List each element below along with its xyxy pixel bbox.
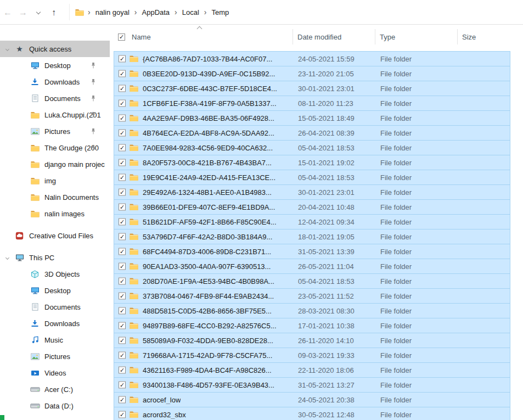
sidebar-item-videos[interactable]: Videos — [0, 365, 110, 381]
file-row[interactable]: ✓acrocef_low24-05-2021 20:38File folder — [114, 392, 510, 407]
sidebar-item-creative-cloud-files[interactable]: Creative Cloud Files — [0, 227, 110, 244]
file-row[interactable]: ✓43621163-F989-4DA4-BC4F-A98C826...22-11… — [114, 362, 510, 378]
sidebar-item-acer-c[interactable]: Acer (C:) — [0, 381, 110, 397]
row-checkbox[interactable]: ✓ — [119, 293, 126, 300]
address-bar[interactable]: ›nalin goyal›AppData›Local›Temp — [69, 4, 230, 20]
file-row[interactable]: ✓488D5815-C0D5-42B6-8656-3BF75E5...28-03… — [114, 303, 510, 318]
file-row[interactable]: ✓{AC76BA86-7AD7-1033-7B44-AC0F07...24-05… — [114, 51, 510, 66]
row-checkbox[interactable]: ✓ — [119, 115, 126, 122]
forward-icon[interactable]: → — [15, 0, 31, 25]
file-row[interactable]: ✓90EA1AD3-3500-4A0A-907F-6390513...26-05… — [114, 259, 510, 274]
folder-icon — [130, 233, 138, 240]
sidebar-item-downloads[interactable]: Downloads — [0, 74, 110, 90]
file-row[interactable]: ✓373B7084-0467-4FB9-8F44-E9AB2434...23-0… — [114, 288, 510, 304]
column-divider[interactable] — [375, 29, 375, 44]
file-row[interactable]: ✓719668AA-1715-42AD-9F78-C5CFA75...09-03… — [114, 348, 510, 363]
row-checkbox[interactable]: ✓ — [119, 233, 126, 240]
row-checkbox[interactable]: ✓ — [119, 382, 126, 389]
sidebar-item-django-main-projec[interactable]: django main projec — [0, 156, 110, 172]
row-checkbox[interactable]: ✓ — [119, 144, 126, 152]
column-header-date-modified[interactable]: Date modified — [297, 33, 341, 41]
file-row[interactable]: ✓1CFB6F1E-F38A-419F-8F79-0A5B1337...08-1… — [114, 96, 510, 111]
breadcrumb-item-temp[interactable]: Temp — [211, 8, 230, 16]
recent-locations-chevron-icon[interactable] — [31, 0, 46, 25]
row-checkbox[interactable]: ✓ — [119, 307, 126, 315]
sidebar-item-data-d[interactable]: Data (D:) — [0, 397, 110, 414]
file-row[interactable]: ✓4AA2E9AF-D9B3-46BE-BA35-06F4928...15-05… — [114, 110, 510, 126]
row-checkbox[interactable]: ✓ — [119, 322, 126, 329]
file-row[interactable]: ✓93400138-F486-4D57-93FE-0E3A9B43...31-0… — [114, 377, 510, 393]
sidebar-item-nalin-documents[interactable]: Nalin Documents — [0, 189, 110, 205]
sidebar-item-pictures[interactable]: Pictures — [0, 123, 110, 139]
file-row[interactable]: ✓4B764ECA-E2DA-4BF8-AC9A-5DAA92...26-04-… — [114, 125, 510, 141]
file-row[interactable]: ✓8A20F573-00C8-421B-B767-4B43BA7...15-01… — [114, 155, 510, 170]
file-row[interactable]: ✓0B3EE20D-913D-439D-A9EF-0C15B92...23-11… — [114, 66, 510, 81]
breadcrumb-item-local[interactable]: Local — [181, 8, 200, 16]
row-checkbox[interactable]: ✓ — [119, 159, 126, 166]
row-checkbox[interactable]: ✓ — [119, 130, 126, 137]
row-checkbox[interactable]: ✓ — [119, 189, 126, 196]
column-header-name[interactable]: Name — [132, 33, 151, 41]
file-row[interactable]: ✓94897B89-68FE-4CC0-B292-A82576C5...17-0… — [114, 318, 510, 333]
file-row[interactable]: ✓acrord32_sbx30-05-2021 12:48File folder — [114, 407, 510, 420]
sidebar-item-quick-access[interactable]: ★ Quick access — [0, 41, 110, 57]
sidebar-item-music[interactable]: Music — [0, 332, 110, 348]
sidebar-item-luka-chuppi-201[interactable]: Luka.Chuppi.(201 — [0, 107, 110, 123]
file-row[interactable]: ✓585089A9-F032-4DDA-9EB0-828DE28...26-11… — [114, 333, 510, 348]
row-checkbox[interactable]: ✓ — [119, 337, 126, 344]
file-row[interactable]: ✓29E492A6-1324-48B1-AEE0-A1B4983...30-01… — [114, 184, 510, 200]
column-divider[interactable] — [293, 29, 293, 44]
file-date-modified: 18-01-2021 19:05 — [298, 233, 355, 241]
file-row[interactable]: ✓7A0EE984-9283-4C56-9ED9-40CA632...05-04… — [114, 140, 510, 155]
breadcrumb-chevron-icon[interactable]: › — [171, 8, 181, 16]
row-checkbox[interactable]: ✓ — [119, 174, 126, 181]
breadcrumb-chevron-icon[interactable]: › — [200, 8, 211, 16]
row-checkbox[interactable]: ✓ — [119, 278, 126, 285]
up-icon[interactable]: ↑ — [46, 0, 61, 25]
sidebar-item-documents[interactable]: Documents — [0, 90, 110, 107]
file-row[interactable]: ✓68FC4494-87D3-4006-89D8-C231B71...31-05… — [114, 244, 510, 259]
column-header-type[interactable]: Type — [380, 33, 395, 41]
row-checkbox[interactable]: ✓ — [119, 263, 126, 270]
row-checkbox[interactable]: ✓ — [119, 352, 126, 359]
back-icon[interactable]: ← — [0, 0, 15, 25]
sidebar-item-3d-objects[interactable]: 3D Objects — [0, 266, 110, 282]
row-checkbox[interactable]: ✓ — [119, 396, 126, 404]
file-row[interactable]: ✓39B66E01-DFE9-407C-8EF9-4E1BD9A...20-04… — [114, 199, 510, 215]
row-checkbox[interactable]: ✓ — [119, 367, 126, 374]
row-checkbox[interactable]: ✓ — [119, 55, 126, 63]
sidebar-item-this-pc[interactable]: This PC — [0, 249, 110, 266]
sidebar-item-documents[interactable]: Documents — [0, 299, 110, 315]
file-row[interactable]: ✓19E9C41E-24A9-42ED-A415-FEA13CE...05-04… — [114, 170, 510, 185]
file-row[interactable]: ✓0C3C273F-6DBE-443C-B7EF-5D18CE4...30-01… — [114, 81, 510, 96]
sidebar-item-downloads[interactable]: Downloads — [0, 315, 110, 332]
breadcrumb-chevron-icon[interactable]: › — [131, 8, 141, 16]
row-checkbox[interactable]: ✓ — [119, 85, 126, 92]
column-header-size[interactable]: Size — [462, 33, 476, 41]
row-checkbox[interactable]: ✓ — [119, 204, 126, 211]
breadcrumb-item-nalin-goyal[interactable]: nalin goyal — [94, 8, 131, 16]
file-type: File folder — [380, 129, 412, 137]
breadcrumb-item-appdata[interactable]: AppData — [141, 8, 171, 16]
sidebar-item-img[interactable]: img — [0, 172, 110, 189]
column-divider[interactable] — [457, 29, 458, 44]
file-row[interactable]: ✓53A796D7-4F6F-42A2-B8D0-3B184A9...18-01… — [114, 229, 510, 244]
breadcrumb-chevron-icon[interactable]: › — [84, 8, 94, 16]
select-all-checkbox[interactable]: ✓ — [118, 33, 125, 41]
sidebar-item-the-grudge-200[interactable]: The Grudge (200 — [0, 139, 110, 156]
sidebar-item-nalin-images[interactable]: nalin images — [0, 205, 110, 222]
row-checkbox[interactable]: ✓ — [119, 219, 126, 226]
sidebar-item-pictures[interactable]: Pictures — [0, 348, 110, 365]
file-date-modified: 22-11-2020 18:06 — [298, 366, 354, 374]
row-checkbox[interactable]: ✓ — [119, 411, 126, 418]
row-checkbox[interactable]: ✓ — [119, 100, 126, 107]
row-checkbox[interactable]: ✓ — [119, 70, 126, 77]
file-row[interactable]: ✓208D70AE-1F9A-4E53-94BC-4B0B98A...05-04… — [114, 273, 510, 289]
sidebar-item-desktop[interactable]: Desktop — [0, 57, 110, 74]
file-date-modified: 23-11-2020 21:05 — [298, 70, 354, 78]
chevron-down-icon[interactable] — [5, 47, 9, 51]
sidebar-item-desktop[interactable]: Desktop — [0, 282, 110, 299]
chevron-down-icon[interactable] — [5, 256, 9, 260]
file-row[interactable]: ✓51B621DF-AF59-42F1-8B66-F85C90E4...12-0… — [114, 214, 510, 229]
row-checkbox[interactable]: ✓ — [119, 248, 126, 255]
